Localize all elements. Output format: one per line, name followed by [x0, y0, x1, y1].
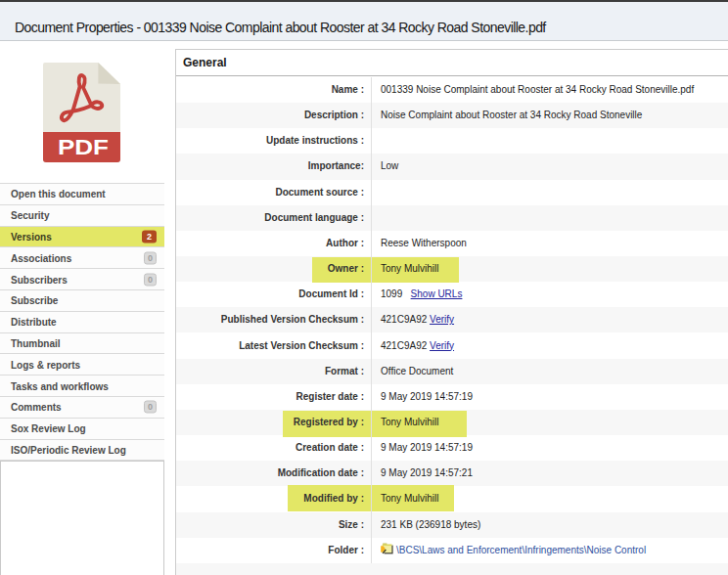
svg-text:PDF: PDF: [58, 136, 109, 159]
